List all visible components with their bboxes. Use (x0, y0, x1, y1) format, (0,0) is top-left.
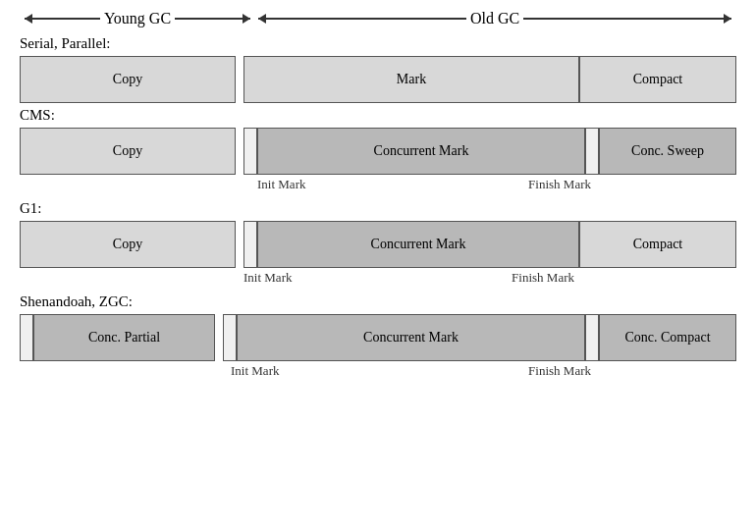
shenandoah-concurrent-mark-block: Concurrent Mark (237, 314, 585, 361)
serial-parallel-section: Serial, Parallel: Copy Mark Compact (20, 35, 736, 103)
cms-annotation-row: Init Mark Finish Mark (20, 177, 736, 194)
shenandoah-conc-compact-block: Conc. Compact (599, 314, 736, 361)
shenandoah-annotation-row: Init Mark Finish Mark (20, 363, 736, 381)
cms-copy-block: Copy (20, 128, 236, 175)
shenandoah-finish-mark-text: Finish Mark (528, 363, 591, 381)
g1-concurrent-mark-block: Concurrent Mark (257, 221, 579, 268)
young-gc-label: Young GC (104, 10, 171, 27)
g1-section: G1: Copy Concurrent Mark Compact Init Ma… (20, 200, 736, 288)
cms-init-mark-text: Init Mark (257, 177, 305, 194)
g1-compact-block: Compact (579, 221, 736, 268)
shenandoah-init-mark-text: Init Mark (231, 363, 279, 381)
cms-gap (236, 128, 243, 175)
serial-copy-block: Copy (20, 56, 236, 103)
cms-conc-sweep-block: Conc. Sweep (599, 128, 736, 175)
shenandoah-left-narrow (20, 314, 33, 361)
shenandoah-annotation-spacer (20, 363, 231, 381)
g1-annotation-row: Init Mark Finish Mark (20, 270, 736, 288)
shenandoah-finish-mark-block (585, 314, 599, 361)
g1-finish-mark-text: Finish Mark (512, 270, 574, 288)
old-gc-arrow: Old GC (258, 10, 731, 27)
cms-row: Copy Concurrent Mark Conc. Sweep (20, 128, 736, 175)
cms-init-mark-block (243, 128, 257, 175)
young-gc-arrow-left (25, 18, 100, 20)
cms-label: CMS: (20, 107, 736, 124)
g1-annotation-spacer (20, 270, 243, 288)
cms-annotation-spacer (20, 177, 243, 194)
g1-gap (236, 221, 243, 268)
cms-finish-mark-text: Finish Mark (528, 177, 591, 194)
old-gc-arrow-left (258, 18, 466, 20)
g1-row: Copy Concurrent Mark Compact (20, 221, 736, 268)
old-gc-arrow-right (523, 18, 731, 20)
cms-init-mark-label (243, 177, 257, 194)
header-arrows: Young GC Old GC (20, 10, 736, 27)
cms-mid-spacer (305, 177, 528, 194)
cms-section: CMS: Copy Concurrent Mark Conc. Sweep In… (20, 107, 736, 194)
young-gc-arrow-right (175, 18, 250, 20)
old-gc-label: Old GC (470, 10, 519, 27)
serial-gap (236, 56, 243, 103)
g1-init-mark-text: Init Mark (243, 270, 292, 288)
shenandoah-row: Conc. Partial Concurrent Mark Conc. Comp… (20, 314, 736, 361)
shenandoah-label: Shenandoah, ZGC: (20, 293, 736, 310)
serial-compact-block: Compact (579, 56, 736, 103)
serial-parallel-row: Copy Mark Compact (20, 56, 736, 103)
serial-parallel-label: Serial, Parallel: (20, 35, 736, 52)
shenandoah-gap (215, 314, 223, 361)
young-gc-arrow: Young GC (25, 10, 250, 27)
g1-mid-spacer (292, 270, 512, 288)
g1-copy-block: Copy (20, 221, 236, 268)
g1-init-mark-block (243, 221, 257, 268)
shenandoah-conc-partial-block: Conc. Partial (33, 314, 215, 361)
cms-finish-mark-block (585, 128, 599, 175)
shenandoah-init-mark-block (223, 314, 237, 361)
g1-label: G1: (20, 200, 736, 217)
cms-concurrent-mark-block: Concurrent Mark (257, 128, 585, 175)
shenandoah-mid-spacer (279, 363, 528, 381)
shenandoah-section: Shenandoah, ZGC: Conc. Partial Concurren… (20, 293, 736, 381)
serial-mark-block: Mark (243, 56, 579, 103)
